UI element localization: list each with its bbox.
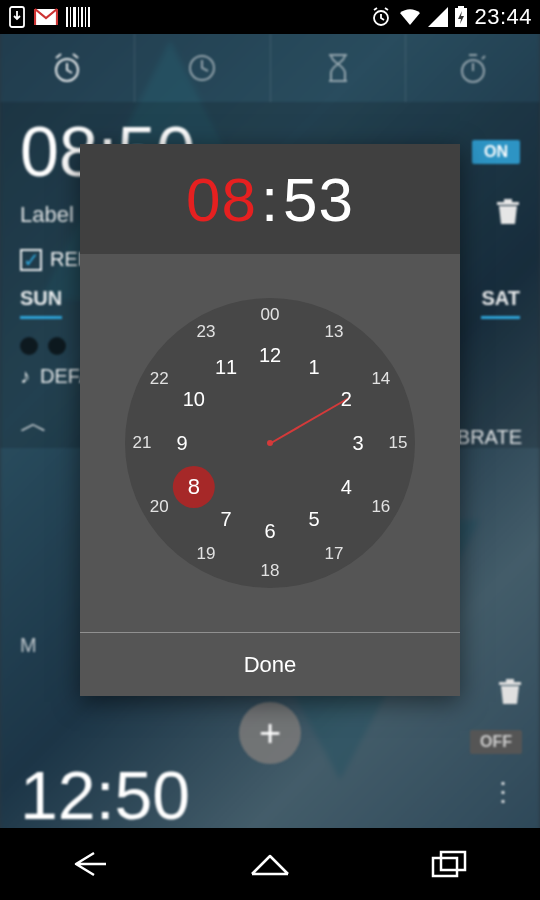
signal-icon xyxy=(428,7,448,27)
picker-minute[interactable]: 53 xyxy=(283,164,354,235)
done-button[interactable]: Done xyxy=(80,632,460,696)
hour-17[interactable]: 17 xyxy=(319,539,349,569)
hour-9[interactable]: 9 xyxy=(167,428,197,458)
hour-21[interactable]: 21 xyxy=(127,428,157,458)
nav-recents-button[interactable] xyxy=(420,844,480,884)
wifi-icon xyxy=(398,7,422,27)
svg-rect-16 xyxy=(441,852,465,870)
hour-14[interactable]: 14 xyxy=(366,364,396,394)
hour-18[interactable]: 18 xyxy=(255,556,285,586)
repeat-checkbox[interactable]: ✓ xyxy=(20,249,42,271)
navigation-bar xyxy=(0,828,540,900)
alarm-toggle-on[interactable]: ON xyxy=(472,140,520,164)
overflow-menu-icon[interactable]: ⋮ xyxy=(490,777,516,808)
trash-icon-2[interactable] xyxy=(498,678,522,710)
svg-rect-2 xyxy=(66,7,68,27)
svg-rect-4 xyxy=(73,7,76,27)
hour-20[interactable]: 20 xyxy=(144,492,174,522)
trash-icon[interactable] xyxy=(496,198,520,232)
hour-16[interactable]: 16 xyxy=(366,492,396,522)
hour-8[interactable]: 8 xyxy=(173,466,215,508)
hour-3[interactable]: 3 xyxy=(343,428,373,458)
time-picker-display: 08 : 53 xyxy=(80,144,460,254)
hour-10[interactable]: 10 xyxy=(179,384,209,414)
hour-7[interactable]: 7 xyxy=(211,504,241,534)
hour-2[interactable]: 2 xyxy=(331,384,361,414)
svg-rect-15 xyxy=(433,858,457,876)
hour-4[interactable]: 4 xyxy=(331,472,361,502)
app-tabs xyxy=(0,34,540,102)
hour-11[interactable]: 11 xyxy=(211,352,241,382)
music-note-icon: ♪ xyxy=(20,365,30,388)
day-sat[interactable]: SAT xyxy=(481,287,520,319)
tab-clock[interactable] xyxy=(135,34,270,102)
hour-15[interactable]: 15 xyxy=(383,428,413,458)
clock-center-dot xyxy=(267,440,273,446)
tab-alarm[interactable] xyxy=(0,34,135,102)
status-time: 23:44 xyxy=(474,4,532,30)
hour-13[interactable]: 13 xyxy=(319,317,349,347)
tab-stopwatch[interactable] xyxy=(406,34,540,102)
alarm-time-secondary[interactable]: 12:50 xyxy=(20,757,190,833)
alarm-card-secondary: M xyxy=(20,634,37,663)
barcode-icon xyxy=(66,7,90,27)
svg-rect-11 xyxy=(458,6,464,9)
nav-back-button[interactable] xyxy=(60,844,120,884)
add-alarm-button[interactable]: + xyxy=(239,702,301,764)
svg-rect-7 xyxy=(85,7,86,27)
day-sun[interactable]: SUN xyxy=(20,287,62,319)
hour-6[interactable]: 6 xyxy=(255,516,285,546)
status-bar: 23:44 xyxy=(0,0,540,34)
download-icon xyxy=(8,6,26,28)
alarm-label-input[interactable]: Label xyxy=(20,202,74,228)
picker-hour[interactable]: 08 xyxy=(186,164,257,235)
svg-rect-6 xyxy=(81,7,83,27)
alarm-toggle-off[interactable]: OFF xyxy=(470,730,522,754)
hour-1[interactable]: 1 xyxy=(299,352,329,382)
hour-19[interactable]: 19 xyxy=(191,539,221,569)
picker-colon: : xyxy=(257,164,283,235)
hour-12[interactable]: 12 xyxy=(255,340,285,370)
nav-home-button[interactable] xyxy=(240,844,300,884)
svg-rect-3 xyxy=(70,7,71,27)
tab-timer[interactable] xyxy=(271,34,406,102)
hour-00[interactable]: 00 xyxy=(255,300,285,330)
svg-rect-5 xyxy=(78,7,79,27)
hour-23[interactable]: 23 xyxy=(191,317,221,347)
gmail-icon xyxy=(34,8,58,26)
alarm-icon xyxy=(370,6,392,28)
time-picker-dialog: 08 : 53 12001132143154165176187198209211… xyxy=(80,144,460,696)
svg-rect-8 xyxy=(88,7,90,27)
battery-charging-icon xyxy=(454,6,468,28)
plus-icon: + xyxy=(259,712,281,755)
hour-5[interactable]: 5 xyxy=(299,504,329,534)
clock-face[interactable]: 120011321431541651761871982092110221123 xyxy=(125,298,415,588)
hour-22[interactable]: 22 xyxy=(144,364,174,394)
